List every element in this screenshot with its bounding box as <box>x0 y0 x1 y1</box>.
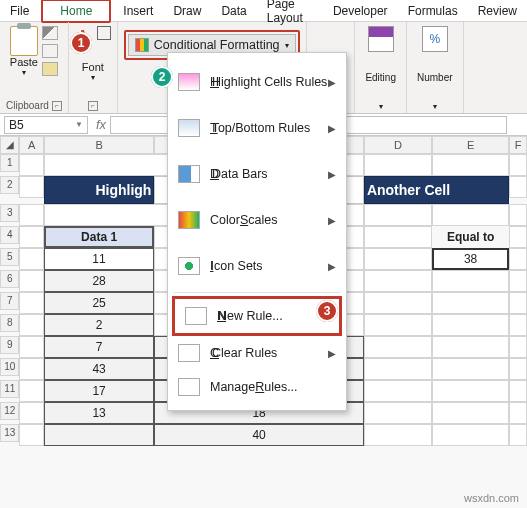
menu-data-bars[interactable]: DData Bars▶ <box>168 151 346 197</box>
cell[interactable] <box>509 314 527 336</box>
format-painter-icon[interactable] <box>42 62 58 76</box>
cell[interactable] <box>19 270 43 292</box>
cell[interactable] <box>364 402 432 424</box>
cell[interactable] <box>19 176 43 198</box>
cell[interactable] <box>432 336 510 358</box>
row-head[interactable]: 6 <box>0 270 19 288</box>
cell[interactable] <box>364 380 432 402</box>
data1-cell[interactable]: 17 <box>44 380 155 402</box>
equal-to-value[interactable]: 38 <box>432 248 510 270</box>
group-number[interactable]: % Number ▾ <box>407 22 464 113</box>
tab-data[interactable]: Data <box>211 2 256 20</box>
cell[interactable] <box>19 314 43 336</box>
cut-icon[interactable] <box>42 26 58 40</box>
tab-formulas[interactable]: Formulas <box>398 2 468 20</box>
cell[interactable] <box>509 204 527 226</box>
cell[interactable] <box>364 204 432 226</box>
cell[interactable] <box>432 424 510 446</box>
cell[interactable] <box>432 292 510 314</box>
cell[interactable] <box>19 336 43 358</box>
row-head[interactable]: 4 <box>0 226 19 244</box>
cell[interactable] <box>364 270 432 292</box>
cell[interactable] <box>364 154 432 176</box>
cell[interactable] <box>432 380 510 402</box>
row-head[interactable]: 3 <box>0 204 19 222</box>
menu-clear-rules[interactable]: CClear Rules▶ <box>168 336 346 370</box>
cell[interactable] <box>19 226 43 248</box>
row-head[interactable]: 1 <box>0 154 19 172</box>
cell[interactable] <box>364 424 432 446</box>
cell[interactable] <box>19 424 43 446</box>
menu-highlight-cells-rules[interactable]: HHighlight Cells Rules▶ <box>168 59 346 105</box>
header-data1[interactable]: Data 1 <box>44 226 155 248</box>
cell[interactable] <box>364 292 432 314</box>
col-head-E[interactable]: E <box>432 136 510 154</box>
cell[interactable] <box>432 402 510 424</box>
tab-file[interactable]: File <box>0 2 39 20</box>
group-editing[interactable]: Editing ▾ <box>355 22 407 113</box>
cell[interactable] <box>19 358 43 380</box>
row-head[interactable]: 5 <box>0 248 19 266</box>
data1-cell[interactable]: 28 <box>44 270 155 292</box>
data1-cell[interactable]: 7 <box>44 336 155 358</box>
row-head[interactable]: 13 <box>0 424 19 442</box>
cell[interactable] <box>509 176 527 198</box>
cell[interactable] <box>19 292 43 314</box>
cell[interactable] <box>364 358 432 380</box>
dialog-launcher-icon[interactable]: ⌐ <box>88 101 98 111</box>
cell[interactable] <box>509 358 527 380</box>
tab-review[interactable]: Review <box>468 2 527 20</box>
fx-icon[interactable]: fx <box>92 117 110 132</box>
row-head[interactable]: 2 <box>0 176 19 194</box>
cell[interactable] <box>19 248 43 270</box>
cell[interactable] <box>19 154 43 176</box>
copy-icon[interactable] <box>42 44 58 58</box>
cell[interactable] <box>364 226 432 248</box>
col-head-A[interactable]: A <box>19 136 43 154</box>
cell[interactable] <box>509 336 527 358</box>
cell[interactable] <box>432 358 510 380</box>
cell[interactable] <box>364 248 432 270</box>
menu-top-bottom-rules[interactable]: TTop/Bottom Rules▶ <box>168 105 346 151</box>
cell[interactable] <box>432 314 510 336</box>
cell[interactable] <box>509 380 527 402</box>
tab-draw[interactable]: Draw <box>163 2 211 20</box>
row-head[interactable]: 11 <box>0 380 19 398</box>
data1-cell[interactable]: 11 <box>44 248 155 270</box>
cell[interactable] <box>432 270 510 292</box>
tab-home[interactable]: Home <box>50 2 102 20</box>
menu-color-scales[interactable]: Color SColor Scalescales▶ <box>168 197 346 243</box>
cell[interactable] <box>364 314 432 336</box>
col-head-D[interactable]: D <box>364 136 432 154</box>
row-head[interactable]: 9 <box>0 336 19 354</box>
row-head[interactable]: 10 <box>0 358 19 376</box>
paste-button[interactable]: Paste ▾ <box>10 26 38 77</box>
data2-cell[interactable]: 40 <box>154 424 364 446</box>
data1-cell[interactable] <box>44 424 155 446</box>
row-head[interactable]: 7 <box>0 292 19 310</box>
menu-manage-rules[interactable]: Manage RManage Rules...ules... <box>168 370 346 404</box>
data1-cell[interactable]: 43 <box>44 358 155 380</box>
cell[interactable] <box>364 336 432 358</box>
menu-icon-sets[interactable]: IIcon Sets▶ <box>168 243 346 289</box>
row-head[interactable]: 12 <box>0 402 19 420</box>
border-icon[interactable] <box>97 26 111 40</box>
name-box[interactable]: B5 ▼ <box>4 116 88 134</box>
cell[interactable] <box>509 154 527 176</box>
row-head[interactable]: 8 <box>0 314 19 332</box>
data1-cell[interactable]: 13 <box>44 402 155 424</box>
cell[interactable] <box>509 402 527 424</box>
data1-cell[interactable]: 2 <box>44 314 155 336</box>
cell[interactable] <box>509 424 527 446</box>
font-button[interactable]: Font ▾ <box>82 61 104 82</box>
cell[interactable] <box>509 292 527 314</box>
cell[interactable] <box>19 204 43 226</box>
cell[interactable] <box>509 226 527 248</box>
select-all-corner[interactable]: ◢ <box>0 136 19 154</box>
cell[interactable] <box>19 402 43 424</box>
tab-insert[interactable]: Insert <box>113 2 163 20</box>
col-head-B[interactable]: B <box>44 136 155 154</box>
tab-developer[interactable]: Developer <box>323 2 398 20</box>
cell[interactable] <box>509 248 527 270</box>
cell[interactable] <box>509 270 527 292</box>
